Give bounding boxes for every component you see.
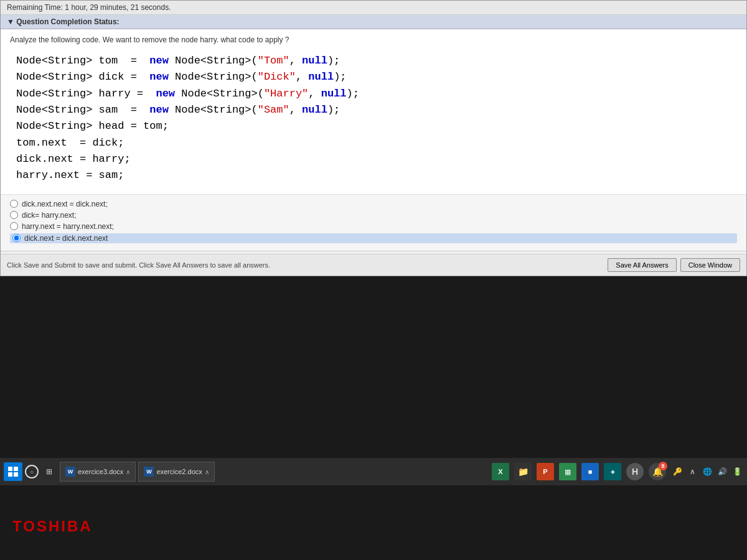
radio-d[interactable]: [12, 234, 21, 242]
bottom-buttons: Save All Answers Close Window: [608, 258, 740, 272]
sys-tray: 🔑 ∧ 🌐 🔊 🔋: [671, 465, 743, 478]
code-line-6: tom.next = dick;: [16, 135, 731, 151]
search-button[interactable]: ○: [25, 465, 39, 478]
file-manager-icon[interactable]: 📁: [514, 463, 532, 480]
taskbar-item-label-2: exercice2.docx: [156, 468, 202, 475]
question-instruction: Analyze the following code. We want to r…: [10, 35, 737, 44]
h-circle-icon[interactable]: H: [626, 463, 644, 480]
answers-area: dick.next.next = dick.next; dick= harry.…: [1, 194, 746, 251]
svg-rect-1: [14, 467, 18, 471]
question-status-bar[interactable]: ▼ Question Completion Status:: [1, 15, 746, 29]
exam-window: Remaining Time: 1 hour, 29 minutes, 21 s…: [0, 0, 747, 276]
answer-option-c[interactable]: harry.next = harry.next.next;: [10, 222, 737, 231]
answer-option-b[interactable]: dick= harry.next;: [10, 211, 737, 220]
radio-b[interactable]: [10, 211, 18, 219]
question-status-toggle[interactable]: ▼ Question Completion Status:: [7, 17, 120, 26]
taskbar-right: X 📁 P ▦ ■ ◈ H 🔔 8 🔑 ∧ 🌐 🔊 🔋: [492, 463, 743, 480]
teal-app-icon[interactable]: ◈: [604, 463, 621, 480]
blue-app-icon[interactable]: ■: [581, 463, 599, 480]
word-icon-2: W: [144, 467, 154, 477]
toshiba-brand-label: TOSHIBA: [12, 518, 93, 535]
svg-rect-0: [8, 467, 12, 471]
bottom-bar: Click Save and Submit to save and submit…: [1, 254, 746, 276]
timer-text: Remaining Time: 1 hour, 29 minutes, 21 s…: [7, 3, 171, 12]
bottom-divider: [1, 251, 746, 251]
tray-battery-icon[interactable]: 🔋: [731, 465, 743, 478]
taskbar-item-label-1: exercice3.docx: [78, 468, 123, 475]
answer-label-c: harry.next = harry.next.next;: [22, 222, 114, 231]
answer-option-a[interactable]: dick.next.next = dick.next;: [10, 200, 737, 208]
code-block: Node<String> tom = new Node<String>("Tom…: [10, 49, 737, 190]
taskbar-item-exercice2[interactable]: W exercice2.docx ∧: [138, 462, 214, 482]
powerpoint-icon[interactable]: P: [537, 463, 554, 480]
answer-label-b: dick= harry.next;: [22, 211, 76, 220]
code-line-8: harry.next = sam;: [16, 167, 731, 184]
taskbar-item-exercice3[interactable]: W exercice3.docx ∧: [60, 462, 136, 482]
windows-icon: [8, 467, 18, 477]
svg-rect-2: [8, 472, 12, 477]
tray-network-icon[interactable]: 🌐: [701, 465, 713, 478]
taskbar: ○ ⊞ W exercice3.docx ∧ W exercice2.docx …: [0, 458, 747, 485]
tray-chevron-icon[interactable]: ∧: [686, 465, 698, 478]
word-icon-1: W: [65, 467, 75, 477]
close-window-button[interactable]: Close Window: [680, 258, 740, 272]
task-view-button[interactable]: ⊞: [41, 464, 57, 480]
timer-bar: Remaining Time: 1 hour, 29 minutes, 21 s…: [1, 1, 746, 15]
radio-a[interactable]: [10, 200, 18, 208]
excel-taskbar-icon[interactable]: X: [492, 463, 509, 480]
svg-rect-3: [14, 472, 18, 477]
answer-label-a: dick.next.next = dick.next;: [22, 200, 108, 208]
taskbar-left: ○ ⊞: [4, 462, 57, 481]
radio-c[interactable]: [10, 222, 18, 230]
code-line-5: Node<String> head = tom;: [16, 118, 731, 134]
code-line-4: Node<String> sam = new Node<String>("Sam…: [16, 102, 731, 118]
badge-count: 8: [659, 462, 667, 470]
code-line-2: Node<String> dick = new Node<String>("Di…: [16, 69, 731, 85]
save-all-answers-button[interactable]: Save All Answers: [608, 258, 676, 272]
save-submit-text: Click Save and Submit to save and submit…: [7, 261, 270, 269]
start-button[interactable]: [4, 462, 22, 481]
answer-label-d: dick.next = dick.next.next: [24, 234, 108, 243]
code-line-7: dick.next = harry;: [16, 151, 731, 167]
answer-option-d[interactable]: dick.next = dick.next.next: [10, 233, 737, 243]
code-line-3: Node<String> harry = new Node<String>("H…: [16, 86, 731, 102]
chevron-up-icon-1: ∧: [126, 469, 130, 475]
code-line-1: Node<String> tom = new Node<String>("Tom…: [16, 53, 731, 69]
question-area: Analyze the following code. We want to r…: [1, 29, 746, 194]
notification-badge[interactable]: 🔔 8: [649, 463, 666, 480]
chevron-up-icon-2: ∧: [205, 469, 209, 475]
tray-user-icon[interactable]: 🔑: [671, 465, 684, 478]
tray-volume-icon[interactable]: 🔊: [716, 465, 728, 478]
green-app-icon[interactable]: ▦: [559, 463, 576, 480]
